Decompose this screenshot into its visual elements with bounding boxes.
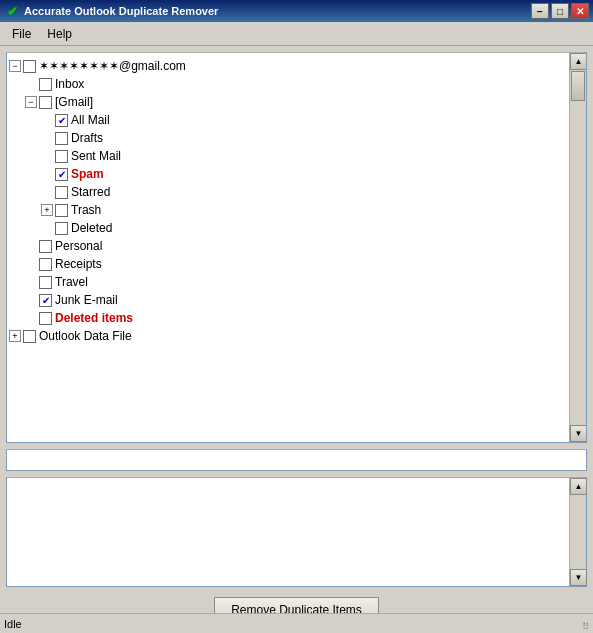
log-scroll-track[interactable] bbox=[570, 495, 586, 569]
tree-label-travel: Travel bbox=[55, 275, 88, 289]
title-bar-buttons: − □ ✕ bbox=[531, 3, 589, 19]
scroll-up-btn[interactable]: ▲ bbox=[570, 53, 587, 70]
tree-row[interactable]: ✔ Junk E-mail bbox=[9, 291, 567, 309]
tree-row[interactable]: − ✶✶✶✶✶✶✶✶@gmail.com bbox=[9, 57, 567, 75]
log-scroll-down-btn[interactable]: ▼ bbox=[570, 569, 587, 586]
progress-bar bbox=[6, 449, 587, 471]
checkbox-inbox[interactable] bbox=[39, 78, 52, 91]
tree-label-deleted: Deleted bbox=[71, 221, 112, 235]
tree-row[interactable]: Receipts bbox=[9, 255, 567, 273]
maximize-button[interactable]: □ bbox=[551, 3, 569, 19]
tree-row[interactable]: Deleted items bbox=[9, 309, 567, 327]
checkbox-sent-mail[interactable] bbox=[55, 150, 68, 163]
tree-label-inbox: Inbox bbox=[55, 77, 84, 91]
expand-btn-trash[interactable]: + bbox=[41, 204, 53, 216]
minimize-button[interactable]: − bbox=[531, 3, 549, 19]
log-panel: ▲ ▼ bbox=[6, 477, 587, 587]
tree-row[interactable]: Drafts bbox=[9, 129, 567, 147]
tree-label-starred: Starred bbox=[71, 185, 110, 199]
tree-row[interactable]: Personal bbox=[9, 237, 567, 255]
checkbox-drafts[interactable] bbox=[55, 132, 68, 145]
title-bar: ✔ Accurate Outlook Duplicate Remover − □… bbox=[0, 0, 593, 22]
main-content: − ✶✶✶✶✶✶✶✶@gmail.com Inbox − [Gmail] bbox=[0, 46, 593, 633]
tree-row[interactable]: Inbox bbox=[9, 75, 567, 93]
resize-grip: ⠿ bbox=[573, 616, 589, 632]
scroll-track[interactable] bbox=[570, 70, 586, 425]
expand-btn-root-gmail[interactable]: − bbox=[9, 60, 21, 72]
menu-bar: File Help bbox=[0, 22, 593, 46]
folder-tree-panel: − ✶✶✶✶✶✶✶✶@gmail.com Inbox − [Gmail] bbox=[6, 52, 587, 443]
expand-btn-gmail[interactable]: − bbox=[25, 96, 37, 108]
log-content bbox=[7, 478, 569, 586]
tree-label-drafts: Drafts bbox=[71, 131, 103, 145]
folder-tree[interactable]: − ✶✶✶✶✶✶✶✶@gmail.com Inbox − [Gmail] bbox=[7, 53, 569, 442]
log-scroll-up-btn[interactable]: ▲ bbox=[570, 478, 587, 495]
menu-help[interactable]: Help bbox=[39, 25, 80, 43]
checkbox-personal[interactable] bbox=[39, 240, 52, 253]
menu-file[interactable]: File bbox=[4, 25, 39, 43]
checkbox-gmail[interactable] bbox=[39, 96, 52, 109]
tree-row[interactable]: Sent Mail bbox=[9, 147, 567, 165]
tree-row[interactable]: − [Gmail] bbox=[9, 93, 567, 111]
close-button[interactable]: ✕ bbox=[571, 3, 589, 19]
checkbox-junk-email[interactable]: ✔ bbox=[39, 294, 52, 307]
tree-row[interactable]: Deleted bbox=[9, 219, 567, 237]
tree-label-deleted-items: Deleted items bbox=[55, 311, 133, 325]
checkbox-outlook-data[interactable] bbox=[23, 330, 36, 343]
checkbox-all-mail[interactable]: ✔ bbox=[55, 114, 68, 127]
tree-row[interactable]: Travel bbox=[9, 273, 567, 291]
tree-label-all-mail: All Mail bbox=[71, 113, 110, 127]
expand-btn-outlook-data[interactable]: + bbox=[9, 330, 21, 342]
tree-label-personal: Personal bbox=[55, 239, 102, 253]
tree-label-sent-mail: Sent Mail bbox=[71, 149, 121, 163]
checkbox-deleted[interactable] bbox=[55, 222, 68, 235]
status-bar: Idle ⠿ bbox=[0, 613, 593, 633]
tree-row[interactable]: ✔ All Mail bbox=[9, 111, 567, 129]
tree-row[interactable]: + Trash bbox=[9, 201, 567, 219]
checkbox-trash[interactable] bbox=[55, 204, 68, 217]
tree-label-junk-email: Junk E-mail bbox=[55, 293, 118, 307]
tree-row[interactable]: + Outlook Data File bbox=[9, 327, 567, 345]
scroll-down-btn[interactable]: ▼ bbox=[570, 425, 587, 442]
tree-label-spam: Spam bbox=[71, 167, 104, 181]
checkbox-starred[interactable] bbox=[55, 186, 68, 199]
checkbox-root-gmail[interactable] bbox=[23, 60, 36, 73]
app-icon: ✔ bbox=[4, 3, 20, 19]
checkbox-receipts[interactable] bbox=[39, 258, 52, 271]
status-text: Idle bbox=[4, 618, 573, 630]
checkbox-travel[interactable] bbox=[39, 276, 52, 289]
checkbox-deleted-items[interactable] bbox=[39, 312, 52, 325]
tree-label-root-gmail: ✶✶✶✶✶✶✶✶@gmail.com bbox=[39, 59, 186, 73]
title-bar-text: Accurate Outlook Duplicate Remover bbox=[24, 5, 531, 17]
scroll-thumb[interactable] bbox=[571, 71, 585, 101]
tree-label-trash: Trash bbox=[71, 203, 101, 217]
tree-scrollbar[interactable]: ▲ ▼ bbox=[569, 53, 586, 442]
log-scrollbar[interactable]: ▲ ▼ bbox=[569, 478, 586, 586]
tree-row[interactable]: Starred bbox=[9, 183, 567, 201]
tree-row[interactable]: ✔ Spam bbox=[9, 165, 567, 183]
tree-label-outlook-data: Outlook Data File bbox=[39, 329, 132, 343]
tree-label-gmail: [Gmail] bbox=[55, 95, 93, 109]
checkbox-spam[interactable]: ✔ bbox=[55, 168, 68, 181]
tree-label-receipts: Receipts bbox=[55, 257, 102, 271]
